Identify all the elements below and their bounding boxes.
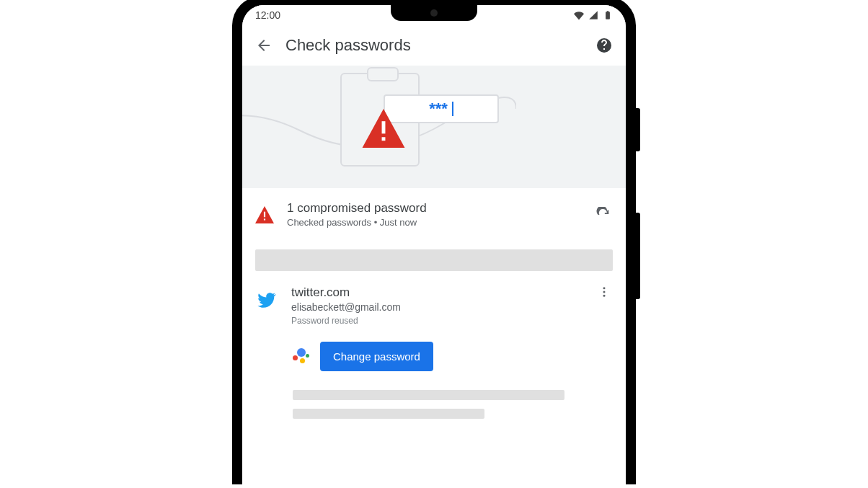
warning-triangle-icon bbox=[255, 205, 274, 224]
arrow-left-icon bbox=[255, 37, 273, 54]
status-bar: 12:00 bbox=[242, 5, 626, 25]
svg-point-6 bbox=[603, 291, 606, 293]
svg-rect-3 bbox=[264, 211, 265, 217]
back-button[interactable] bbox=[254, 35, 274, 56]
entry-username: elisabeckett@gmail.com bbox=[291, 301, 595, 313]
change-password-button[interactable]: Change password bbox=[320, 342, 433, 371]
summary-subtitle: Checked passwords • Just now bbox=[287, 217, 594, 228]
warning-triangle-icon bbox=[362, 109, 405, 148]
battery-icon bbox=[603, 10, 613, 20]
help-icon bbox=[595, 37, 613, 54]
svg-rect-4 bbox=[264, 218, 265, 220]
svg-rect-2 bbox=[382, 137, 386, 141]
more-vert-icon bbox=[598, 285, 611, 298]
signal-icon bbox=[588, 10, 598, 20]
placeholder-line bbox=[293, 390, 564, 400]
help-button[interactable] bbox=[594, 35, 614, 56]
notch bbox=[391, 5, 477, 21]
entry-menu-button[interactable] bbox=[595, 285, 613, 326]
twitter-icon bbox=[255, 288, 278, 311]
text-cursor bbox=[452, 102, 453, 116]
compromised-entry[interactable]: twitter.com elisabeckett@gmail.com Passw… bbox=[242, 271, 626, 333]
check-summary: 1 compromised password Checked passwords… bbox=[242, 188, 626, 236]
entry-site: twitter.com bbox=[291, 285, 595, 300]
svg-point-7 bbox=[603, 295, 606, 297]
change-password-row: Change password bbox=[242, 333, 626, 376]
placeholder-lines bbox=[242, 376, 626, 419]
placeholder-line bbox=[293, 409, 484, 419]
google-assistant-icon bbox=[293, 348, 310, 365]
wifi-icon bbox=[574, 10, 584, 20]
status-time: 12:00 bbox=[255, 9, 280, 21]
phone-frame: 12:00 Check passwords *** bbox=[232, 0, 636, 484]
password-mask: *** bbox=[429, 99, 448, 118]
phone-side-button-2 bbox=[636, 213, 640, 299]
svg-point-5 bbox=[603, 287, 606, 289]
page-title: Check passwords bbox=[274, 36, 594, 55]
screen: 12:00 Check passwords *** bbox=[242, 5, 626, 484]
entry-note: Password reused bbox=[291, 316, 595, 326]
refresh-button[interactable] bbox=[594, 205, 613, 224]
hero-illustration: *** bbox=[242, 66, 626, 188]
summary-title: 1 compromised password bbox=[287, 201, 594, 216]
refresh-icon bbox=[595, 207, 611, 223]
placeholder-bar bbox=[255, 249, 613, 271]
phone-side-button-1 bbox=[636, 108, 640, 151]
status-icons bbox=[574, 10, 613, 20]
app-bar: Check passwords bbox=[242, 25, 626, 66]
svg-rect-1 bbox=[382, 121, 386, 133]
